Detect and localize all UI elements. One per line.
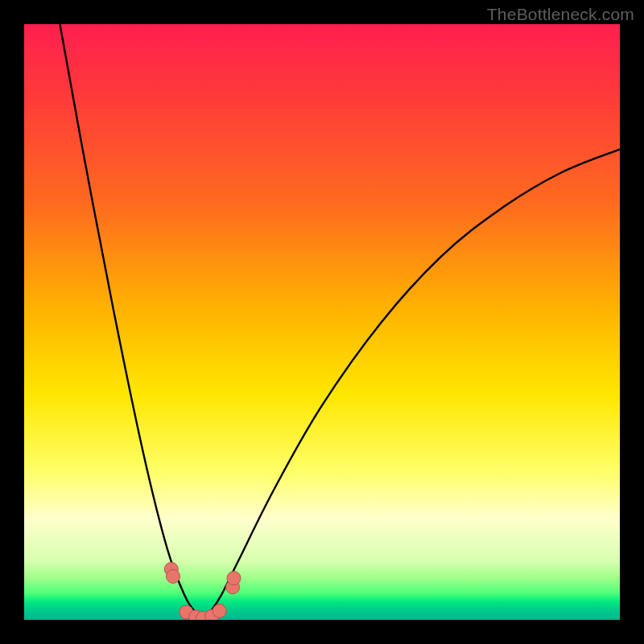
- data-marker: [227, 572, 241, 585]
- data-marker: [213, 604, 226, 617]
- watermark-text: TheBottleneck.com: [487, 5, 634, 24]
- bottleneck-chart: [24, 24, 620, 620]
- data-marker: [167, 569, 180, 583]
- chart-frame: [24, 24, 620, 620]
- gradient-background: [24, 24, 620, 620]
